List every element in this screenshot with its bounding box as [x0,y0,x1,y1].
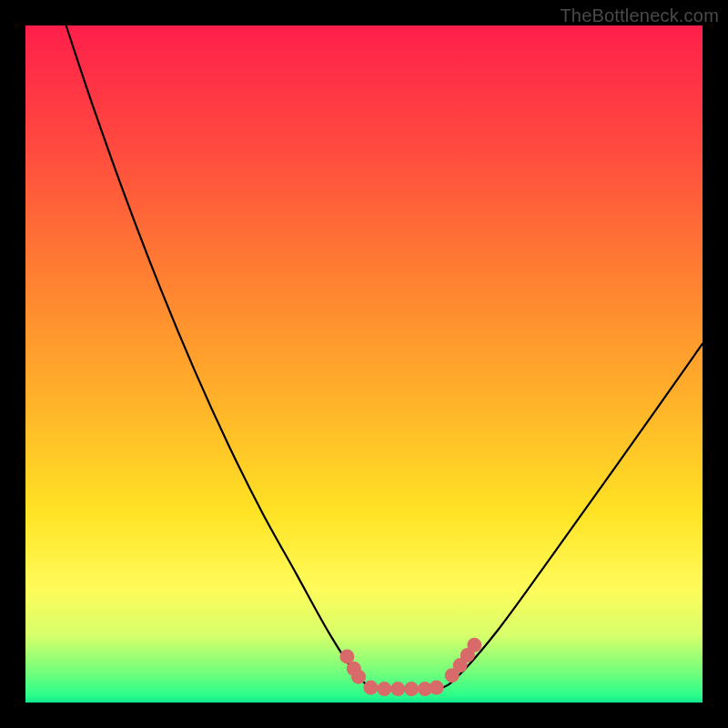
marker-layer [339,638,481,696]
marker-flat-6 [430,681,444,695]
bottleneck-curve [66,25,703,690]
marker-flat-4 [404,682,419,696]
marker-left-3 [351,670,366,684]
watermark-text: TheBottleneck.com [560,5,719,26]
marker-flat-1 [363,681,378,695]
chart-svg [25,25,703,703]
chart-plot-area [25,25,703,703]
marker-right-4 [467,638,481,652]
marker-flat-2 [377,682,391,696]
marker-flat-3 [390,682,405,696]
marker-left-1 [339,649,354,663]
chart-frame: TheBottleneck.com [0,0,728,728]
